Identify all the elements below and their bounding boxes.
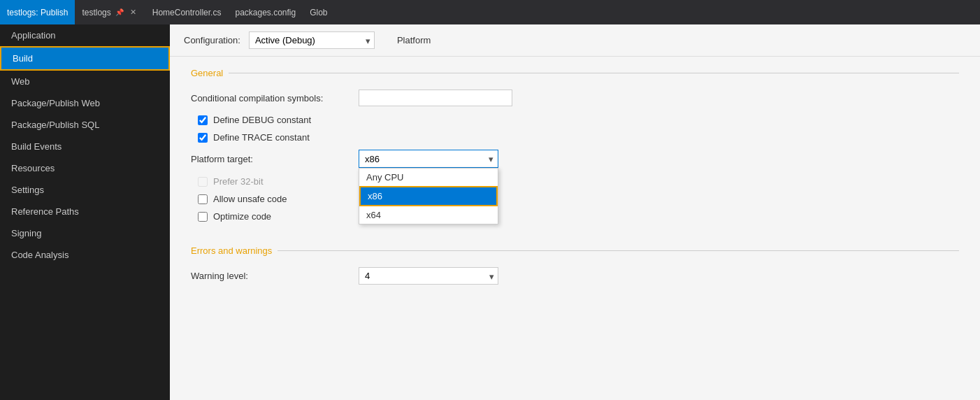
sidebar-item-build[interactable]: Build — [0, 46, 170, 71]
general-section-title: General — [191, 68, 959, 78]
pin-icon: 📌 — [115, 8, 124, 16]
warning-level-select[interactable]: 4 — [359, 267, 498, 285]
sidebar: Application Build Web Package/Publish We… — [0, 24, 170, 400]
errors-warnings-section: Errors and warnings Warning level: 4 — [170, 240, 980, 296]
tab-testlogs-publish[interactable]: testlogs: Publish — [0, 0, 75, 24]
sidebar-item-reference-paths[interactable]: Reference Paths — [0, 201, 170, 222]
tab-testlogs[interactable]: testlogs 📌 ✕ — [75, 0, 145, 24]
platform-option-any-cpu[interactable]: Any CPU — [359, 169, 498, 186]
platform-target-menu: Any CPU x86 x64 — [359, 168, 498, 224]
define-debug-checkbox[interactable] — [198, 115, 208, 125]
platform-target-dropdown[interactable]: x86 Any CPU x86 x64 — [359, 150, 498, 168]
main-layout: Application Build Web Package/Publish We… — [0, 24, 980, 400]
conditional-symbols-input[interactable] — [359, 90, 512, 106]
tab-label: testlogs — [82, 8, 110, 17]
sidebar-item-web[interactable]: Web — [0, 71, 170, 92]
define-debug-row: Define DEBUG constant — [191, 115, 959, 125]
prefer-32bit-checkbox[interactable] — [198, 177, 208, 187]
platform-target-trigger[interactable]: x86 — [359, 150, 498, 168]
optimize-code-label[interactable]: Optimize code — [213, 211, 271, 222]
sidebar-item-settings[interactable]: Settings — [0, 179, 170, 201]
tab-glob[interactable]: Glob — [303, 0, 334, 24]
prefer-32bit-label: Prefer 32-bit — [213, 176, 264, 187]
content-area: Configuration: Active (Debug) Platform G… — [170, 24, 980, 400]
warning-level-label: Warning level: — [191, 271, 352, 281]
define-trace-label[interactable]: Define TRACE constant — [213, 132, 310, 143]
warning-level-select-wrapper[interactable]: 4 — [359, 267, 498, 285]
sidebar-item-package-publish-web[interactable]: Package/Publish Web — [0, 92, 170, 114]
optimize-code-checkbox[interactable] — [198, 212, 208, 222]
tab-label: testlogs: Publish — [7, 8, 68, 17]
sidebar-item-application[interactable]: Application — [0, 24, 170, 46]
platform-label: Platform — [397, 35, 431, 45]
allow-unsafe-label[interactable]: Allow unsafe code — [213, 194, 287, 204]
platform-option-x86[interactable]: x86 — [359, 186, 498, 206]
tab-homecontroller[interactable]: HomeController.cs — [145, 0, 229, 24]
warning-level-row: Warning level: 4 — [191, 267, 959, 285]
allow-unsafe-row: Allow unsafe code — [191, 194, 959, 204]
close-icon[interactable]: ✕ — [128, 6, 138, 18]
tab-label: packages.config — [235, 8, 296, 17]
define-trace-checkbox[interactable] — [198, 133, 208, 143]
platform-target-row: Platform target: x86 Any CPU x86 x64 — [191, 150, 959, 168]
conditional-symbols-label: Conditional compilation symbols: — [191, 93, 352, 103]
configuration-select[interactable]: Active (Debug) — [249, 31, 375, 49]
tab-label: Glob — [310, 8, 327, 17]
sidebar-item-package-publish-sql[interactable]: Package/Publish SQL — [0, 114, 170, 136]
platform-target-label: Platform target: — [191, 154, 352, 164]
configuration-label: Configuration: — [184, 35, 240, 45]
platform-option-x64[interactable]: x64 — [359, 206, 498, 224]
define-debug-label[interactable]: Define DEBUG constant — [213, 115, 311, 125]
title-bar: testlogs: Publish testlogs 📌 ✕ HomeContr… — [0, 0, 980, 24]
prefer-32bit-row: Prefer 32-bit — [191, 176, 959, 187]
optimize-code-row: Optimize code — [191, 211, 959, 222]
sidebar-item-build-events[interactable]: Build Events — [0, 136, 170, 157]
general-section: General Conditional compilation symbols:… — [170, 57, 980, 240]
allow-unsafe-checkbox[interactable] — [198, 194, 208, 204]
define-trace-row: Define TRACE constant — [191, 132, 959, 143]
sidebar-item-code-analysis[interactable]: Code Analysis — [0, 244, 170, 266]
errors-warnings-title: Errors and warnings — [191, 245, 959, 256]
tab-label: HomeController.cs — [152, 8, 222, 17]
tab-packages[interactable]: packages.config — [228, 0, 303, 24]
configuration-select-wrapper[interactable]: Active (Debug) — [249, 31, 375, 49]
platform-target-value: x86 — [365, 154, 380, 164]
conditional-symbols-row: Conditional compilation symbols: — [191, 90, 959, 106]
sidebar-item-resources[interactable]: Resources — [0, 157, 170, 179]
config-bar: Configuration: Active (Debug) Platform — [170, 24, 980, 57]
sidebar-item-signing[interactable]: Signing — [0, 222, 170, 244]
